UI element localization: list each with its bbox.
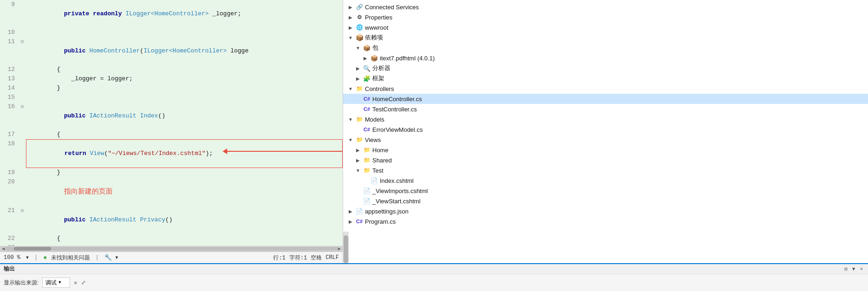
expand-models[interactable]: ▼: [347, 116, 354, 123]
expand-dependencies[interactable]: ▼: [347, 34, 354, 41]
tree-item-viewimports[interactable]: 📄 _ViewImports.cshtml: [343, 186, 868, 196]
expand-test-folder[interactable]: ▼: [354, 167, 362, 174]
line-code-22[interactable]: {: [26, 234, 343, 243]
output-wrap-btn[interactable]: ⤢: [81, 279, 86, 286]
right-scrollbar[interactable]: [343, 232, 349, 263]
controllers-icon: 📁: [355, 84, 364, 93]
health-icon: ●: [43, 254, 47, 261]
tree-item-models[interactable]: ▼ 📁 Models: [343, 114, 868, 124]
tools-icon[interactable]: 🔧: [104, 254, 112, 261]
expand-analyzer[interactable]: ▶: [354, 65, 362, 72]
expand-views[interactable]: ▼: [347, 136, 354, 143]
packages-label: 包: [372, 44, 378, 52]
tree-item-analyzer[interactable]: ▶ 🔍 分析器: [343, 63, 868, 73]
tree-item-program-cs[interactable]: ▶ C# Program.cs: [343, 216, 868, 226]
output-source-label: 显示输出来源:: [4, 279, 38, 287]
expand-framework[interactable]: ▶: [354, 75, 362, 82]
wwwroot-label: wwwroot: [365, 24, 389, 31]
line-num-12: 12: [0, 65, 19, 74]
line-num-10: 10: [0, 28, 19, 37]
line-code-18[interactable]: return View("~/Views/Test/Index.cshtml")…: [26, 139, 343, 168]
tree-item-errorviewmodel[interactable]: C# ErrorViewModel.cs: [343, 124, 868, 135]
tree-item-packages[interactable]: ▼ 📦 包: [343, 43, 868, 53]
tree-item-dependencies[interactable]: ▼ 📦 依赖项: [343, 32, 868, 43]
models-label: Models: [365, 116, 384, 123]
tree-item-test-folder[interactable]: ▼ 📁 Test: [343, 165, 868, 175]
line-num-18: 18: [0, 139, 19, 149]
program-cs-label: Program.cs: [365, 218, 396, 225]
test-folder-label: Test: [372, 167, 383, 174]
line-code-17[interactable]: {: [26, 130, 343, 139]
expand-itext7[interactable]: ▶: [362, 54, 369, 62]
expand-appsettings[interactable]: ▶: [347, 207, 354, 215]
scrollbar-thumb[interactable]: [14, 247, 51, 251]
line-code-14[interactable]: }: [26, 84, 343, 93]
line-code-19[interactable]: }: [26, 168, 343, 177]
output-pin-btn[interactable]: ▼: [851, 266, 857, 272]
tree-item-shared-folder[interactable]: ▶ 📁 Shared: [343, 155, 868, 165]
shared-folder-icon: 📁: [363, 156, 371, 164]
editor-scrollbar[interactable]: ◀ ▶: [0, 246, 343, 252]
output-title: 输出: [4, 265, 15, 273]
tree-item-appsettings[interactable]: ▶ 📄 appsettings.json: [343, 206, 868, 216]
tree-item-testcontroller[interactable]: C# TestController.cs: [343, 104, 868, 114]
main-area: 9 private readonly ILogger<HomeControlle…: [0, 0, 868, 263]
tree-item-homecontroller[interactable]: C# HomeController.cs: [343, 94, 868, 104]
line-code-15: [26, 93, 343, 102]
appsettings-label: appsettings.json: [365, 208, 408, 215]
tree-item-views[interactable]: ▼ 📁 Views: [343, 135, 868, 145]
tree-item-properties[interactable]: ▶ ⚙ Properties: [343, 12, 868, 22]
line-num-14: 14: [0, 84, 19, 93]
dependencies-icon: 📦: [355, 33, 364, 42]
line-code-13[interactable]: _logger = logger;: [26, 74, 343, 84]
encoding-info: CRLF: [326, 254, 339, 261]
tree-item-index-cshtml[interactable]: 📄 Index.cshtml: [343, 175, 868, 186]
wwwroot-icon: 🌐: [355, 23, 364, 32]
itext7-label: itext7.pdfhtml (4.0.1): [380, 55, 435, 62]
status-right: 行:1 字符:1 空格 CRLF: [273, 254, 339, 262]
output-clear-btn[interactable]: ✕: [74, 279, 77, 286]
tree-item-controllers[interactable]: ▼ 📁 Controllers: [343, 84, 868, 94]
expand-wwwroot[interactable]: ▶: [347, 24, 354, 31]
expand-properties[interactable]: ▶: [347, 13, 354, 21]
appsettings-icon: 📄: [355, 207, 364, 215]
right-scrollbar-thumb[interactable]: [344, 235, 348, 263]
code-line-22: 22 {: [0, 234, 343, 243]
expand-program-cs[interactable]: ▶: [347, 218, 354, 225]
zoom-dropdown-icon[interactable]: ▼: [26, 255, 29, 260]
expand-packages[interactable]: ▼: [354, 44, 362, 52]
line-code-21[interactable]: public IActionResult Privacy(): [26, 206, 343, 234]
line-collapse-21[interactable]: ⊟: [19, 206, 26, 215]
line-collapse-16[interactable]: ⊟: [19, 102, 26, 111]
line-code-11[interactable]: public HomeController(ILogger<HomeContro…: [26, 37, 343, 65]
expand-home-folder[interactable]: ▶: [354, 146, 362, 154]
scroll-right-btn[interactable]: ▶: [338, 246, 341, 252]
output-source-dropdown[interactable]: 调试 ▼: [42, 278, 70, 288]
tree-item-framework[interactable]: ▶ 🧩 框架: [343, 73, 868, 84]
expand-shared-folder[interactable]: ▶: [354, 156, 362, 164]
code-editor: 9 private readonly ILogger<HomeControlle…: [0, 0, 343, 263]
scrollbar-track[interactable]: [5, 247, 338, 251]
errorviewmodel-label: ErrorViewModel.cs: [372, 126, 423, 133]
framework-icon: 🧩: [363, 74, 371, 83]
line-code-16[interactable]: public IActionResult Index(): [26, 102, 343, 130]
expand-connected-services[interactable]: ▶: [347, 3, 354, 11]
tree-item-wwwroot[interactable]: ▶ 🌐 wwwroot: [343, 22, 868, 32]
expand-controllers[interactable]: ▼: [347, 85, 354, 92]
tree-item-home-folder[interactable]: ▶ 📁 Home: [343, 145, 868, 155]
tree-item-itext7[interactable]: ▶ 📦 itext7.pdfhtml (4.0.1): [343, 53, 868, 63]
tools-dropdown-icon[interactable]: ▼: [115, 255, 118, 260]
itext7-icon: 📦: [370, 54, 378, 62]
line-code-9[interactable]: private readonly ILogger<HomeController>…: [26, 0, 343, 28]
line-collapse-11[interactable]: ⊟: [19, 37, 26, 46]
code-line-12: 12 {: [0, 65, 343, 74]
output-close-btn[interactable]: ×: [858, 266, 864, 272]
output-float-btn[interactable]: ⊟: [843, 266, 849, 272]
tree-item-connected-services[interactable]: ▶ 🔗 Connected Services: [343, 2, 868, 12]
zoom-level[interactable]: 100 %: [4, 254, 22, 261]
home-folder-label: Home: [372, 147, 389, 154]
line-code-12[interactable]: {: [26, 65, 343, 74]
output-source-value: 调试: [45, 279, 57, 287]
expand-viewimports: [354, 187, 362, 194]
tree-item-viewstart[interactable]: 📄 _ViewStart.cshtml: [343, 196, 868, 206]
